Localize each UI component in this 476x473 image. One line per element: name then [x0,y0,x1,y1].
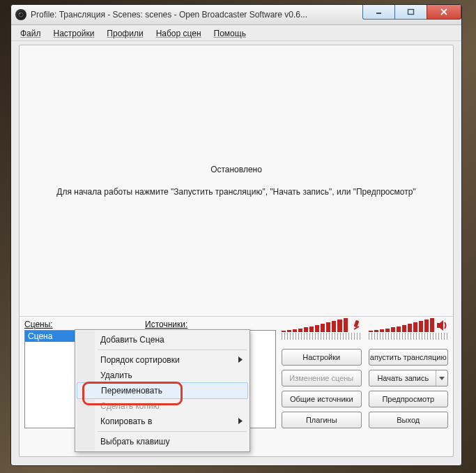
svg-marker-11 [238,356,243,363]
microphone-icon [351,320,362,334]
chevron-right-icon [238,355,243,365]
minimize-button[interactable] [362,5,395,20]
preview-area: Остановлено Для начала работы нажмите "З… [20,45,453,317]
speaker-icon [436,320,448,333]
preview-hint: Для начала работы нажмите "Запустить тра… [56,187,415,197]
ctx-add-scene[interactable]: Добавить Сцена [77,332,248,347]
change-scene-button[interactable]: Изменение сцены [282,370,362,386]
svg-point-2 [19,13,20,14]
chevron-down-icon[interactable] [436,370,447,386]
maximize-button[interactable] [394,5,427,20]
sources-label: Источники: [145,320,276,330]
menu-settings[interactable]: Настройки [47,27,101,40]
chevron-right-icon [238,416,243,426]
menu-profiles[interactable]: Профили [100,27,149,40]
ctx-select-key[interactable]: Выбрать клавишу [77,434,248,449]
ctx-delete[interactable]: Удалить [77,368,248,383]
ctx-rename[interactable]: Переименовать [77,382,248,399]
settings-button[interactable]: Настройки [282,349,362,366]
close-button[interactable] [427,5,461,20]
context-menu: Добавить Сцена Порядок сортировки Удалит… [75,329,250,452]
svg-marker-9 [437,320,443,331]
svg-rect-4 [408,9,414,14]
global-sources-button[interactable]: Общие источники [282,391,362,407]
scenes-label: Сцены: [24,320,139,330]
start-record-button[interactable]: Начать запись [369,370,449,386]
app-icon [15,9,26,20]
ctx-make-copy[interactable]: Сделать копию [77,398,248,414]
mic-volume[interactable] [282,318,362,345]
ctx-copy-to[interactable]: Копировать в [77,414,248,429]
titlebar[interactable]: Profile: Трансляция - Scenes: scenes - O… [11,5,461,25]
svg-point-0 [17,11,25,19]
menu-help[interactable]: Помощь [208,27,252,40]
plugins-button[interactable]: Плагины [282,412,362,428]
svg-marker-10 [439,377,445,380]
ctx-sort-order[interactable]: Порядок сортировки [77,352,248,368]
menu-file[interactable]: Файл [14,27,47,40]
preview-button[interactable]: Предпросмотр [369,391,449,407]
menubar: Файл Настройки Профили Набор сцен Помощь [11,25,461,41]
start-stream-button[interactable]: апустить трансляцию [369,349,449,366]
menu-scene-collections[interactable]: Набор сцен [150,27,208,40]
volume-meters [282,318,448,345]
exit-button[interactable]: Выход [369,412,449,428]
desktop-volume[interactable] [369,318,449,345]
preview-status: Остановлено [210,165,262,174]
window-title: Profile: Трансляция - Scenes: scenes - O… [31,10,307,20]
svg-marker-12 [238,418,243,424]
